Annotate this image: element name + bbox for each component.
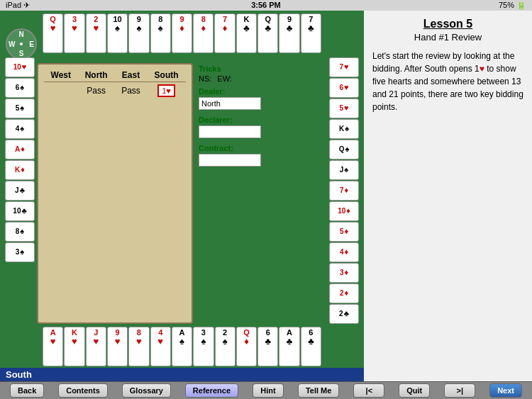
main-area: N S E W Q♥3♥2♥10♠9♠8♠9♦8♦7♦K♣Q♣9♣7♣ 10♥6… bbox=[0, 11, 532, 381]
east-card-3: K♠ bbox=[329, 119, 359, 139]
ns-label: NS: bbox=[199, 74, 211, 83]
north-card-12: 7♣ bbox=[301, 13, 321, 53]
east-card-9: 4♦ bbox=[329, 242, 359, 262]
west-card-9: 3♠ bbox=[5, 242, 35, 262]
bid-header-north: North bbox=[78, 69, 115, 82]
east-card-5: J♠ bbox=[329, 160, 359, 180]
tricks-row: NS: EW: bbox=[199, 74, 270, 83]
west-card-7: 10♣ bbox=[5, 201, 35, 221]
north-card-2: 2♥ bbox=[86, 13, 106, 53]
south-card-5: 4♥ bbox=[150, 327, 171, 366]
east-card-2: 5♥ bbox=[329, 99, 359, 118]
center-content: WestNorthEastSouth PassPass1♥ Tricks NS:… bbox=[37, 57, 327, 324]
east-card-12: 2♣ bbox=[329, 304, 359, 324]
bid-cell-0-1: Pass bbox=[78, 82, 115, 99]
bid-cell-0-0 bbox=[44, 82, 78, 99]
south-card-7: 3♠ bbox=[193, 327, 214, 366]
south-card-3: 9♥ bbox=[107, 327, 128, 366]
contract-label: Contract: bbox=[199, 144, 270, 152]
bid-cell-0-3: 1♥ bbox=[147, 82, 186, 99]
game-area: N S E W Q♥3♥2♥10♠9♠8♠9♦8♦7♦K♣Q♣9♣7♣ 10♥6… bbox=[0, 11, 364, 381]
north-card-4: 9♠ bbox=[128, 13, 149, 53]
west-card-4: A♦ bbox=[5, 140, 35, 159]
compass-center bbox=[20, 43, 23, 45]
east-card-0: 7♥ bbox=[329, 57, 359, 77]
lesson-text: Let's start the review by looking at the… bbox=[372, 50, 523, 113]
next-button[interactable]: Next bbox=[489, 383, 522, 398]
compass-east: E bbox=[29, 40, 34, 47]
compass: N S E W bbox=[6, 28, 37, 60]
south-label: South bbox=[0, 368, 364, 381]
bid-header-east: East bbox=[115, 69, 147, 82]
hint-button[interactable]: Hint bbox=[253, 383, 284, 398]
west-card-3: 4♠ bbox=[5, 119, 35, 139]
glossary-button[interactable]: Glossary bbox=[122, 383, 171, 398]
south-card-2: J♥ bbox=[86, 327, 106, 366]
north-card-0: Q♥ bbox=[43, 13, 63, 53]
north-hand: Q♥3♥2♥10♠9♠8♠9♦8♦7♦K♣Q♣9♣7♣ bbox=[0, 11, 364, 56]
east-card-6: 7♦ bbox=[329, 181, 359, 201]
south-card-4: 8♥ bbox=[128, 327, 149, 366]
declarer-field[interactable] bbox=[199, 125, 261, 138]
bid-row-0: PassPass1♥ bbox=[44, 82, 186, 99]
north-card-5: 8♠ bbox=[150, 13, 171, 53]
app: iPad ✈ 3:56 PM 75% 🔋 N S E W Q♥3♥2♥10♠9♠… bbox=[0, 0, 532, 399]
south-card-6: A♠ bbox=[172, 327, 192, 366]
status-battery: 75% 🔋 bbox=[499, 1, 526, 10]
quit-button[interactable]: Quit bbox=[399, 383, 430, 398]
right-panel: Lesson 5 Hand #1 Review Let's start the … bbox=[364, 11, 532, 381]
bid-header-west: West bbox=[44, 69, 78, 82]
south-card-11: A♣ bbox=[279, 327, 299, 366]
north-card-3: 10♠ bbox=[107, 13, 128, 53]
east-card-8: 5♦ bbox=[329, 222, 359, 242]
dealer-field[interactable] bbox=[199, 97, 261, 110]
prev-button[interactable]: |< bbox=[353, 383, 384, 398]
east-card-7: 10♦ bbox=[329, 201, 359, 221]
south-card-10: 6♣ bbox=[257, 327, 278, 366]
south-hand: A♥K♥J♥9♥8♥4♥A♠3♠2♠Q♦6♣A♣6♣ bbox=[0, 325, 364, 368]
west-card-1: 6♠ bbox=[5, 78, 35, 98]
south-card-9: Q♦ bbox=[236, 327, 257, 366]
north-card-1: 3♥ bbox=[64, 13, 84, 53]
east-card-1: 6♥ bbox=[329, 78, 359, 98]
south-card-0: A♥ bbox=[43, 327, 63, 366]
toolbar: Back Contents Glossary Reference Hint Te… bbox=[0, 381, 532, 399]
info-panel: Tricks NS: EW: Dealer: Declarer: Contrac… bbox=[199, 60, 270, 324]
contents-button[interactable]: Contents bbox=[58, 383, 108, 398]
south-bid: 1♥ bbox=[157, 84, 175, 97]
east-card-4: Q♠ bbox=[329, 140, 359, 159]
heart-symbol: ♥ bbox=[480, 64, 484, 74]
contract-field[interactable] bbox=[199, 154, 261, 167]
north-card-7: 8♦ bbox=[193, 13, 214, 53]
west-card-5: K♦ bbox=[5, 160, 35, 180]
east-card-10: 3♦ bbox=[329, 263, 359, 283]
north-card-9: K♣ bbox=[236, 13, 257, 53]
bidding-table: WestNorthEastSouth PassPass1♥ bbox=[37, 63, 193, 324]
east-hand: 7♥6♥5♥K♠Q♠J♠7♦10♦5♦4♦3♦2♦2♣ bbox=[327, 57, 364, 324]
next-nav-button[interactable]: >| bbox=[444, 383, 475, 398]
north-card-6: 9♦ bbox=[172, 13, 192, 53]
tell-me-button[interactable]: Tell Me bbox=[298, 383, 339, 398]
status-time: 3:56 PM bbox=[251, 1, 281, 9]
south-card-12: 6♣ bbox=[301, 327, 321, 366]
ew-label: EW: bbox=[217, 74, 232, 83]
west-card-6: J♣ bbox=[5, 181, 35, 201]
bid-cell-0-2: Pass bbox=[115, 82, 147, 99]
west-card-8: 8♠ bbox=[5, 222, 35, 242]
middle-section: 10♥6♠5♠4♠A♦K♦J♣10♣8♠3♠ WestNorthEastSout… bbox=[0, 56, 364, 325]
compass-south: S bbox=[19, 50, 24, 57]
west-card-2: 5♠ bbox=[5, 99, 35, 118]
lesson-title: Lesson 5 bbox=[372, 18, 523, 30]
compass-west: W bbox=[9, 40, 15, 47]
north-card-10: Q♣ bbox=[257, 13, 278, 53]
east-card-11: 2♦ bbox=[329, 283, 359, 303]
back-button[interactable]: Back bbox=[10, 383, 44, 398]
bid-body: PassPass1♥ bbox=[44, 82, 186, 99]
reference-button[interactable]: Reference bbox=[185, 383, 238, 398]
west-hand: 10♥6♠5♠4♠A♦K♦J♣10♣8♠3♠ bbox=[0, 57, 37, 324]
north-card-11: 9♣ bbox=[279, 13, 299, 53]
compass-north: N bbox=[18, 30, 23, 38]
status-ipad: iPad ✈ bbox=[6, 1, 30, 10]
west-card-0: 10♥ bbox=[5, 57, 35, 77]
hand-review-title: Hand #1 Review bbox=[372, 32, 523, 43]
